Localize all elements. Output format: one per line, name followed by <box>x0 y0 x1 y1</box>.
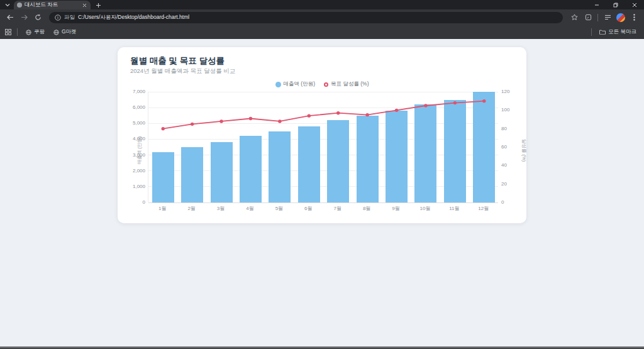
address-url: C:/Users/사용자/Desktop/dashboard-chart.htm… <box>78 14 189 21</box>
line-point <box>249 117 252 120</box>
back-button[interactable] <box>4 11 16 24</box>
address-scheme-label: 파일 <box>64 14 75 21</box>
left-axis-tick-label: 6,000 <box>133 104 145 110</box>
left-axis-tick-label: 0 <box>143 199 145 205</box>
reload-icon <box>35 14 42 21</box>
globe-icon <box>26 30 31 35</box>
back-arrow-icon <box>7 14 14 20</box>
new-tab-button[interactable] <box>93 1 103 9</box>
globe-icon <box>53 30 59 35</box>
right-axis-tick-label: 120 <box>501 89 509 94</box>
window-controls <box>587 0 644 9</box>
bookmarks-right-separator <box>591 28 592 36</box>
right-axis-ticks: 020406080100120 <box>501 92 520 202</box>
legend-label: 목표 달성률 (%) <box>331 80 369 88</box>
all-bookmarks-label: 모든 북마크 <box>608 28 636 36</box>
right-axis-tick-label: 20 <box>501 181 507 187</box>
forward-arrow-icon <box>21 14 28 20</box>
tab-close-icon[interactable] <box>81 2 87 8</box>
bookmark-item-coupang[interactable]: 쿠팡 <box>23 27 47 37</box>
line-point <box>278 119 281 123</box>
page-title: 월별 매출 및 목표 달성률 <box>130 55 225 67</box>
left-axis-tick-label: 1,000 <box>133 184 145 189</box>
right-axis-tick-label: 60 <box>501 144 507 150</box>
line-point <box>219 119 223 123</box>
legend-label: 매출액 (만원) <box>284 80 316 88</box>
line-point <box>453 101 457 104</box>
minimize-icon <box>594 3 599 8</box>
browser-tab[interactable]: 대시보드 차트 <box>14 1 91 9</box>
bookmark-item-gmarket[interactable]: G마켓 <box>51 27 79 37</box>
x-axis-tick-label: 10월 <box>420 205 431 212</box>
right-axis-tick-label: 80 <box>501 126 507 131</box>
x-axis-tick-label: 4월 <box>246 205 253 212</box>
x-axis-tick-label: 9월 <box>392 205 399 212</box>
right-axis-tick-label: 40 <box>501 162 507 168</box>
tab-strip: 대시보드 차트 <box>0 0 644 9</box>
plot-area <box>148 92 498 202</box>
chart-legend: 매출액 (만원)목표 달성률 (%) <box>118 80 526 88</box>
left-axis-tick-label: 2,000 <box>133 168 145 174</box>
right-axis-tick-label: 100 <box>501 107 509 113</box>
page-favicon-icon <box>17 3 22 8</box>
x-axis-tick-label: 8월 <box>363 205 370 212</box>
bookmark-label: 쿠팡 <box>34 28 45 36</box>
forward-button[interactable] <box>18 11 30 24</box>
left-axis-title: 매출액 (만원) <box>136 136 143 165</box>
bookmarks-separator <box>17 28 18 36</box>
profile-avatar[interactable] <box>616 13 625 22</box>
reload-button[interactable] <box>31 11 44 24</box>
line-point <box>482 99 486 102</box>
tab-title: 대시보드 차트 <box>25 1 79 9</box>
restore-icon <box>613 3 618 8</box>
extensions-icon <box>585 14 592 21</box>
all-bookmarks-button[interactable]: 모든 북마크 <box>597 27 639 37</box>
apps-grid-icon[interactable] <box>5 29 11 35</box>
page-content: 월별 매출 및 목표 달성률 2024년 월별 매출액과 목표 달성률 비교 매… <box>0 39 644 346</box>
plus-icon <box>96 3 101 8</box>
address-bar[interactable]: 파일 C:/Users/사용자/Desktop/dashboard-chart.… <box>49 12 563 23</box>
line-point <box>395 109 398 112</box>
tab-search-button[interactable] <box>3 1 13 9</box>
extensions-button[interactable] <box>582 11 594 24</box>
chevron-down-icon <box>5 3 10 7</box>
left-axis-tick-label: 7,000 <box>133 89 145 94</box>
browser-menu-button[interactable] <box>628 11 640 24</box>
chart-card: 월별 매출 및 목표 달성률 2024년 월별 매출액과 목표 달성률 비교 매… <box>118 47 526 223</box>
browser-window: 대시보드 차트 <box>0 0 644 349</box>
close-window-button[interactable] <box>625 0 644 9</box>
star-icon <box>571 14 578 21</box>
left-axis-tick-label: 5,000 <box>133 120 145 126</box>
x-axis-tick-label: 2월 <box>187 205 195 212</box>
kebab-menu-icon <box>633 14 635 21</box>
x-axis-tick-label: 3월 <box>217 205 225 212</box>
x-axis-tick-label: 1월 <box>158 205 166 212</box>
file-info-icon <box>55 14 61 21</box>
line-point <box>365 113 369 116</box>
line-point <box>191 123 194 126</box>
x-axis-tick-label: 6월 <box>304 205 312 212</box>
toolbar-separator <box>597 14 598 21</box>
legend-marker-icon <box>275 82 281 87</box>
folder-icon <box>599 30 606 35</box>
line-point <box>308 114 311 117</box>
browser-toolbar: 파일 C:/Users/사용자/Desktop/dashboard-chart.… <box>0 9 644 25</box>
legend-marker-icon <box>324 82 328 87</box>
legend-item[interactable]: 목표 달성률 (%) <box>324 80 369 88</box>
x-axis-ticks: 1월2월3월4월5월6월7월8월9월10월11월12월 <box>148 202 498 211</box>
right-axis-title: 달성률 (%) <box>521 139 527 162</box>
line-series <box>148 92 499 202</box>
line-point <box>424 104 427 107</box>
legend-item[interactable]: 매출액 (만원) <box>275 80 316 88</box>
line-point <box>162 127 165 130</box>
right-axis-tick-label: 0 <box>501 199 504 205</box>
bookmark-page-button[interactable] <box>568 11 580 24</box>
page-subtitle: 2024년 월별 매출액과 목표 달성률 비교 <box>130 67 235 75</box>
bookmark-label: G마켓 <box>62 28 77 36</box>
reading-list-button[interactable] <box>601 11 614 24</box>
x-axis-tick-label: 12월 <box>478 205 489 212</box>
restore-button[interactable] <box>606 0 625 9</box>
bookmarks-bar: 쿠팡 G마켓 모든 북마크 <box>0 25 644 39</box>
minimize-button[interactable] <box>587 0 606 9</box>
x-axis-tick-label: 5월 <box>275 205 283 212</box>
